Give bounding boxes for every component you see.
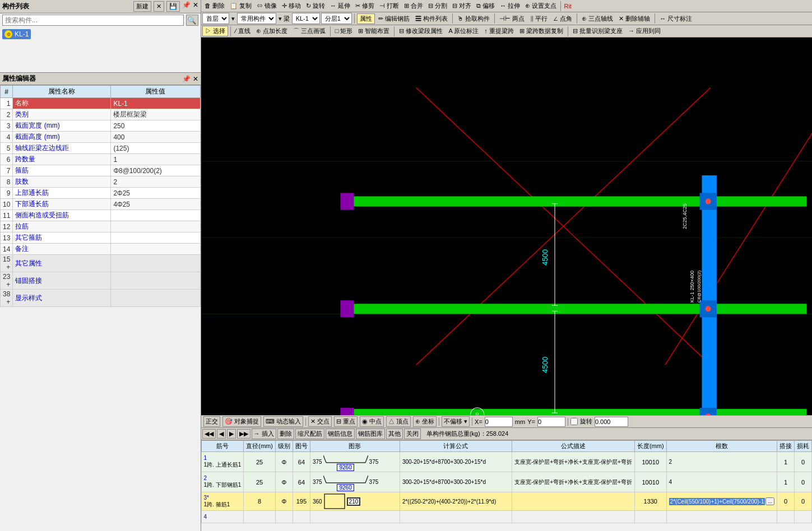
rebar-table-container[interactable]: 筋号 直径(mm) 级别 图号 图形 计算公式 公式描述 长度(mm) 根数 搭…: [201, 440, 812, 531]
snap-btn[interactable]: 🎯 对象捕捉: [222, 416, 261, 427]
rotate-checkbox[interactable]: [570, 418, 578, 425]
coord-btn[interactable]: ⊕ 坐标: [413, 416, 437, 427]
mirror-btn[interactable]: ⇔ 镜像: [254, 1, 279, 11]
split-btn[interactable]: ⊟ 分割: [426, 1, 449, 11]
attr-row-value[interactable]: Φ8@100/200(2): [111, 165, 200, 176]
attr-row-value[interactable]: 2Φ25: [111, 188, 200, 199]
toolbar-3: ▷ 选择 ⁄ 直线 ⊕ 点加长度 ⌒ 三点画弧 □ 矩形 ⊞ 智能布置 ⊟ 修改…: [201, 25, 812, 38]
endpoint-btn[interactable]: △ 顶点: [386, 416, 411, 427]
ortho-btn[interactable]: 正交: [203, 416, 220, 427]
svg-text:Y: Y: [439, 414, 443, 415]
attr-row-num: 6: [1, 154, 13, 165]
trim-btn[interactable]: ✂ 修剪: [353, 1, 377, 11]
rebar-info-btn[interactable]: 钢筋信息: [326, 428, 355, 439]
attr-row-value[interactable]: 2: [111, 176, 200, 188]
save-icon-btn[interactable]: 💾: [166, 1, 180, 12]
layer-select[interactable]: 分层1: [321, 13, 352, 24]
close-rebar-btn[interactable]: 关闭: [404, 428, 421, 439]
other-btn[interactable]: 其他: [386, 428, 403, 439]
attr-tab-btn[interactable]: 属性: [357, 13, 375, 24]
three-axis-btn[interactable]: ⊕ 三点轴线: [579, 13, 615, 24]
attr-scroll-container[interactable]: # 属性名称 属性值 1名称KL-12类别楼层框架梁3截面宽度 (mm)2504…: [0, 85, 201, 531]
attr-row-value[interactable]: 1: [111, 154, 200, 165]
two-point-btn[interactable]: ⊣⊢ 两点: [497, 13, 527, 24]
attr-close-icon[interactable]: ✕: [193, 75, 198, 83]
attr-row-value[interactable]: 4Φ25: [111, 199, 200, 210]
x-input[interactable]: [485, 417, 513, 427]
center-btn[interactable]: ◉ 中点: [360, 416, 384, 427]
merge-btn[interactable]: ⊞ 合并: [402, 1, 425, 11]
attr-row-value[interactable]: 250: [111, 120, 200, 132]
offset-btn[interactable]: ⧉ 偏移: [474, 1, 497, 11]
search-button[interactable]: 🔍: [186, 15, 198, 26]
scale-btn[interactable]: 缩尺配筋: [295, 428, 324, 439]
attr-row-value[interactable]: 楼层框架梁: [111, 109, 200, 120]
midpoint-btn[interactable]: ⊟ 重点: [334, 416, 358, 427]
set-point-btn[interactable]: ⊕ 设置支点: [523, 1, 559, 11]
pick-component-btn[interactable]: 🖱 拾取构件: [455, 13, 492, 24]
dim-btn[interactable]: ↔ 尺寸标注: [657, 13, 694, 24]
three-arc-btn[interactable]: ⌒ 三点画弧: [291, 26, 328, 36]
insert-btn[interactable]: → 插入: [252, 428, 276, 439]
line-btn[interactable]: ⁄ 直线: [233, 26, 253, 36]
nav-prev-btn[interactable]: ◀: [217, 429, 226, 439]
align-btn[interactable]: ⊟ 对齐: [450, 1, 474, 11]
parallel-btn[interactable]: ∥ 平行: [528, 13, 550, 24]
attr-row-value[interactable]: KL-1: [111, 98, 200, 109]
search-input[interactable]: [2, 15, 184, 26]
tree-item-kl1[interactable]: ⚙ KL-1: [2, 29, 31, 39]
delete-icon-btn[interactable]: ✕: [154, 1, 164, 12]
rebar-count[interactable]: 2*(Ceil(550/100)+1)+Ceil(7500/200)-1 ...: [666, 492, 777, 511]
rebar-row[interactable]: 21跨. 下部钢筋125Φ64 375 9260 375 300-20+15*d…: [201, 472, 811, 492]
kl-select[interactable]: KL-1: [292, 13, 320, 24]
attr-row-value: [111, 244, 200, 255]
nav-last-btn[interactable]: ▶▶: [237, 429, 250, 439]
rect-btn[interactable]: □ 矩形: [333, 26, 355, 36]
orig-dim-btn[interactable]: A 原位标注: [446, 26, 481, 36]
lift-beam-btn[interactable]: ↑ 重提梁跨: [482, 26, 516, 36]
attr-row-value[interactable]: 400: [111, 132, 200, 143]
stretch-btn[interactable]: ↔ 拉伸: [498, 1, 522, 11]
rebar-desc: [512, 511, 634, 523]
nav-next-btn[interactable]: ▶: [227, 429, 236, 439]
close-panel-icon[interactable]: ✕: [193, 1, 198, 12]
delete-btn[interactable]: 🗑 删除: [202, 1, 227, 11]
common-parts-select[interactable]: 常用构件: [237, 13, 276, 24]
point-angle-btn[interactable]: ∠ 点角: [551, 13, 574, 24]
break-btn[interactable]: ⊣ 打断: [377, 1, 401, 11]
attr-row-num: 1: [1, 98, 13, 109]
rotate-label: 旋转: [580, 417, 592, 426]
copy-data-btn[interactable]: ⊞ 梁跨数据复制: [517, 26, 565, 36]
no-offset-btn[interactable]: 不偏移 ▾: [442, 416, 470, 427]
apply-btn[interactable]: → 应用到同: [626, 26, 663, 36]
rotate-input[interactable]: [595, 417, 628, 427]
floor-select[interactable]: 首层: [202, 13, 229, 24]
intersection-btn[interactable]: ✕ 交点: [308, 416, 332, 427]
rebar-row[interactable]: 4: [201, 511, 811, 523]
delete-rebar-btn[interactable]: 删除: [277, 428, 294, 439]
rotate-btn[interactable]: ↻ 旋转: [304, 1, 327, 11]
modify-seg-btn[interactable]: ⊟ 修改梁段属性: [397, 26, 445, 36]
rebar-row[interactable]: 3*1跨. 箍筋18Φ195 360 210 2*((250-2*20)+(40…: [201, 492, 811, 511]
rebar-lib-btn[interactable]: 钢筋图库: [356, 428, 385, 439]
move-btn[interactable]: ✛ 移动: [280, 1, 303, 11]
attr-row-value[interactable]: (125): [111, 143, 200, 154]
col-length: 长度(mm): [634, 441, 666, 452]
attr-table: # 属性名称 属性值 1名称KL-12类别楼层框架梁3截面宽度 (mm)2504…: [0, 85, 201, 307]
rebar-row[interactable]: 11跨. 上通长筋125Φ64 375 9260 375 300-20+15*d…: [201, 452, 811, 472]
smart-layout-btn[interactable]: ⊞ 智能布置: [356, 26, 392, 36]
add-length-btn[interactable]: ⊕ 点加长度: [254, 26, 290, 36]
edit-rebar-btn[interactable]: ✏ 编辑钢筋: [376, 13, 412, 24]
delete-aux-btn[interactable]: ✕ 删除辅轴: [616, 13, 652, 24]
select-btn[interactable]: ▷ 选择: [202, 26, 228, 36]
new-button[interactable]: 新建: [133, 1, 151, 12]
extend-btn[interactable]: ↔ 延伸: [328, 1, 352, 11]
dyn-input-btn[interactable]: ⌨ 动态输入: [263, 416, 303, 427]
canvas-area[interactable]: 4500 4500 KL-1 250×400 C8@100/200(2) 2C2…: [201, 38, 812, 415]
count-edit-btn[interactable]: ...: [765, 497, 774, 505]
component-list-btn[interactable]: ☰ 构件列表: [413, 13, 450, 24]
batch-id-btn[interactable]: ⊟ 批量识别梁支座: [570, 26, 625, 36]
copy-btn[interactable]: 📋 复制: [228, 1, 254, 11]
nav-first-btn[interactable]: ◀◀: [202, 429, 216, 439]
y-input[interactable]: [537, 417, 565, 427]
